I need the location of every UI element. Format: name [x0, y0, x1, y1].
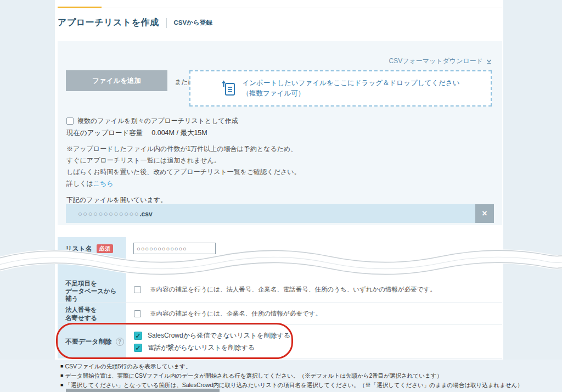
footnote-text: CSVファイルの先頭5行のみを表示しています。: [65, 363, 191, 369]
delete-option-checkbox-checked[interactable]: ✓: [134, 344, 142, 352]
page-title: アプローチリストを作成: [58, 17, 159, 29]
list-name-value-cell: [126, 237, 502, 277]
uploaded-file-extension: .csv: [139, 210, 152, 218]
corporate-number-row: 法人番号を 名寄せする ※内容の補足を行うには、企業名、住所の情報が必要です。: [58, 303, 502, 325]
supplement-note: ※内容の補足を行うには、法人番号、企業名、電話番号、住所のうち、いずれかの情報が…: [150, 285, 436, 294]
bullet-icon: ■: [60, 363, 63, 369]
supplement-row: 不足項目を データベースから 補う ※内容の補足を行うには、法人番号、企業名、電…: [58, 277, 502, 303]
dropzone-line1: インポートしたいファイルをここにドラッグ＆ドロップしてください: [243, 78, 460, 88]
close-icon: ×: [482, 209, 487, 219]
footnote: ■「選択してください」となっている箇所は、SalesCrowd内に取り込みたいリ…: [60, 382, 523, 389]
title-divider: [166, 18, 167, 28]
delete-option-checkbox-checked[interactable]: ✓: [134, 332, 142, 340]
notice-line4-prefix: 詳しくは: [66, 180, 93, 187]
file-dropzone[interactable]: インポートしたいファイルをここにドラッグ＆ドロップしてください （複数ファイル可…: [189, 70, 492, 107]
multiple-files-checkbox-label[interactable]: 複数のファイルを別々のアプローチリストとして作成: [77, 116, 238, 126]
csv-format-download-link[interactable]: CSVフォーマットダウンロード: [389, 57, 493, 66]
upload-capacity-value: 0.004M / 最大15M: [151, 129, 207, 137]
content-card: アプローチリストを作成 CSVから登録 CSVフォーマットダウンロード ファイル…: [55, 0, 503, 392]
uploaded-file-bar: ○○○○○○○○○○○○.csv ×: [66, 204, 494, 223]
corporate-number-label-line2: 名寄せする: [65, 314, 126, 322]
delete-option-row[interactable]: ✓ SalesCrowdから発信できないリストを削除する: [134, 331, 290, 340]
uploaded-file-name: ○○○○○○○○○○○○.csv: [78, 210, 153, 218]
upload-capacity-label: 現在のアップロード容量: [66, 129, 143, 137]
uploaded-file-basename: ○○○○○○○○○○○○: [78, 210, 139, 218]
delete-data-row: 不要データ削除 ? ✓ SalesCrowdから発信できないリストを削除する ✓…: [58, 325, 502, 359]
delete-data-label-cell: 不要データ削除 ?: [58, 325, 126, 358]
footnote: ■CSVファイルの先頭5行のみを表示しています。: [60, 363, 192, 371]
bullet-icon: ■: [60, 382, 63, 388]
page-subtitle: CSVから登録: [174, 19, 212, 27]
notice-line2: すぐにアプローチリスト一覧には追加されません。: [66, 155, 300, 166]
upload-notice: ※アップロードしたファイル内の件数が1万件以上の場合は予約となるため、 すぐにア…: [66, 143, 300, 189]
download-icon: [486, 58, 492, 65]
corporate-number-label-cell: 法人番号を 名寄せする: [58, 303, 126, 324]
upload-file-icon: [222, 80, 236, 97]
supplement-label-cell: 不足項目を データベースから 補う: [58, 277, 126, 302]
corporate-number-note: ※内容の補足を行うには、企業名、住所の情報が必要です。: [150, 310, 322, 318]
supplement-label-line2: データベースから: [65, 287, 126, 295]
open-file-label: 下記のファイルを開いています。: [66, 195, 167, 205]
list-name-input[interactable]: [133, 243, 216, 254]
delete-option-label[interactable]: SalesCrowdから発信できないリストを削除する: [148, 331, 290, 340]
corporate-number-value-cell: ※内容の補足を行うには、企業名、住所の情報が必要です。: [126, 303, 502, 324]
delete-data-value-cell: ✓ SalesCrowdから発信できないリストを削除する ✓ 電話が繋がらないリ…: [126, 325, 502, 358]
list-name-label-cell: リスト名 必須: [58, 237, 126, 277]
remove-file-button[interactable]: ×: [475, 204, 494, 223]
header-divider: [58, 8, 502, 8]
list-name-label: リスト名: [65, 244, 92, 254]
csv-format-download-label: CSVフォーマットダウンロード: [389, 57, 484, 66]
footnote: ■データ開始位置は、実際にCSVファイル内のデータが開始される行を選択してくださ…: [60, 372, 442, 380]
dropzone-line2: （複数ファイル可）: [243, 88, 460, 99]
page-background: アプローチリストを作成 CSVから登録 CSVフォーマットダウンロード ファイル…: [0, 0, 562, 392]
multiple-files-row[interactable]: 複数のファイルを別々のアプローチリストとして作成: [66, 116, 238, 126]
upload-capacity: 現在のアップロード容量0.004M / 最大15M: [66, 128, 207, 138]
cutoff-table-header: [66, 389, 220, 392]
active-tab-indicator: [58, 7, 102, 8]
supplement-label-line3: 補う: [65, 295, 126, 303]
supplement-value-cell: ※内容の補足を行うには、法人番号、企業名、電話番号、住所のうち、いずれかの情報が…: [126, 277, 502, 302]
details-link[interactable]: こちら: [93, 180, 114, 187]
delete-option-label[interactable]: 電話が繋がらないリストを削除する: [148, 343, 255, 352]
help-icon[interactable]: ?: [116, 338, 124, 346]
supplement-checkbox[interactable]: [134, 286, 141, 293]
supplement-label-line1: 不足項目を: [65, 279, 126, 287]
corporate-number-checkbox[interactable]: [134, 310, 141, 317]
notice-line4: 詳しくはこちら: [66, 178, 300, 189]
required-badge: 必須: [97, 244, 113, 253]
add-file-button[interactable]: ファイルを追加: [66, 70, 167, 91]
delete-data-label: 不要データ削除: [65, 338, 112, 346]
dropzone-text: インポートしたいファイルをここにドラッグ＆ドロップしてください （複数ファイル可…: [243, 78, 460, 99]
footnotes-section: ■CSVファイルの先頭5行のみを表示しています。 ■データ開始位置は、実際にCS…: [0, 360, 562, 392]
upload-panel: CSVフォーマットダウンロード ファイルを追加 または イ: [58, 41, 502, 225]
bullet-icon: ■: [60, 373, 63, 378]
notice-line1: ※アップロードしたファイル内の件数が1万件以上の場合は予約となるため、: [66, 143, 300, 155]
footnote-text: データ開始位置は、実際にCSVファイル内のデータが開始される行を選択してください…: [65, 372, 442, 379]
delete-data-options: ✓ SalesCrowdから発信できないリストを削除する ✓ 電話が繋がらないリ…: [134, 331, 290, 352]
list-name-row: リスト名 必須: [58, 237, 502, 277]
import-settings-table: リスト名 必須 不足項目を データベースから 補う ※内容の補足を行うには、法人…: [58, 237, 502, 359]
multiple-files-checkbox[interactable]: [66, 117, 74, 125]
title-bar: アプローチリストを作成 CSVから登録: [58, 17, 212, 29]
delete-option-row[interactable]: ✓ 電話が繋がらないリストを削除する: [134, 343, 290, 352]
corporate-number-label-line1: 法人番号を: [65, 306, 126, 314]
footnote-text: 「選択してください」となっている箇所は、SalesCrowd内に取り込みたいリス…: [65, 382, 522, 388]
notice-line3: しばらくお時間を置いた後、改めてアプローチリスト一覧をご確認ください。: [66, 166, 300, 178]
